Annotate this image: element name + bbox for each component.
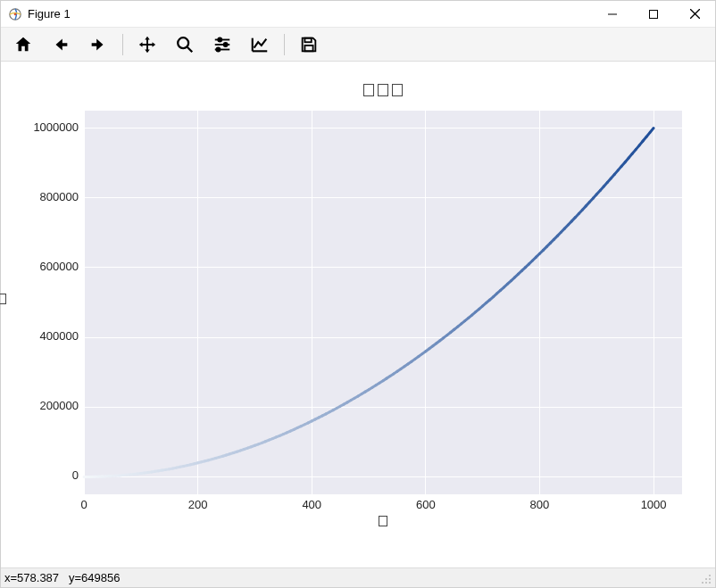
maximize-button[interactable]: [633, 1, 674, 28]
arrow-right-icon: [88, 35, 108, 54]
chart-title: [84, 84, 682, 99]
status-bar: x=578.387 y=649856: [1, 567, 715, 587]
save-icon: [299, 35, 319, 54]
save-button[interactable]: [294, 30, 324, 59]
line-series: [1, 62, 715, 567]
svg-point-6: [178, 37, 188, 48]
close-button[interactable]: [674, 1, 715, 28]
svg-point-181: [709, 582, 711, 584]
app-window: Figure 1: [0, 0, 716, 588]
svg-line-7: [187, 46, 193, 52]
pan-button[interactable]: [132, 30, 162, 59]
subplots-button[interactable]: [207, 30, 237, 59]
minimize-button[interactable]: [592, 1, 633, 28]
cursor-coordinates: x=578.387 y=649856: [4, 571, 120, 584]
axis-edit-button[interactable]: [245, 30, 275, 59]
app-icon: [8, 7, 22, 21]
zoom-icon: [175, 35, 195, 54]
home-button[interactable]: [8, 30, 38, 59]
title-bar: Figure 1: [1, 1, 715, 28]
figure-canvas[interactable]: 0200400600800100002000004000006000008000…: [1, 62, 715, 567]
svg-point-13: [216, 47, 220, 51]
svg-rect-3: [650, 10, 658, 18]
svg-point-11: [224, 42, 228, 46]
back-button[interactable]: [46, 30, 76, 59]
svg-point-179: [702, 582, 704, 584]
zoom-button[interactable]: [170, 30, 200, 59]
move-icon: [137, 35, 157, 54]
sliders-icon: [212, 35, 232, 54]
svg-rect-15: [304, 45, 312, 50]
svg-rect-14: [304, 37, 311, 42]
home-icon: [13, 35, 33, 54]
svg-point-178: [709, 578, 711, 580]
svg-line-175: [650, 128, 654, 133]
svg-point-1: [14, 12, 17, 15]
toolbar-separator: [122, 34, 123, 55]
toolbar-separator: [284, 34, 285, 55]
y-axis-label: [0, 294, 8, 307]
forward-button[interactable]: [83, 30, 113, 59]
arrow-left-icon: [51, 35, 71, 54]
svg-point-176: [709, 575, 711, 576]
window-title: Figure 1: [28, 7, 71, 21]
resize-grip-icon: [699, 572, 712, 584]
x-axis-label: [84, 516, 682, 529]
svg-point-9: [218, 37, 221, 41]
chart-line-icon: [250, 35, 270, 54]
svg-point-177: [705, 578, 707, 580]
plot-area: 0200400600800100002000004000006000008000…: [1, 62, 715, 567]
svg-point-180: [705, 582, 707, 584]
toolbar: [1, 28, 715, 62]
